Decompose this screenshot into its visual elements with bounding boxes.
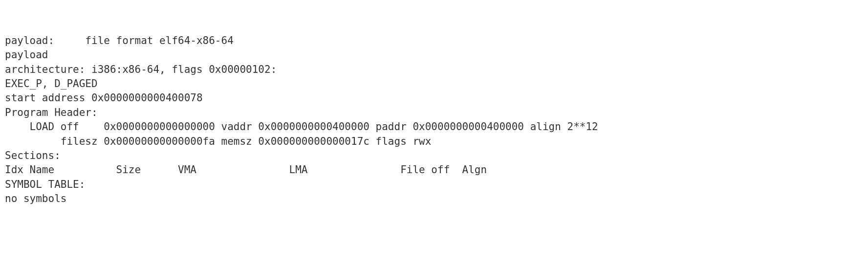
sections-header-row: Idx Name Size VMA LMA File off Algn	[5, 163, 863, 177]
program-header-load-line2: filesz 0x00000000000000fa memsz 0x000000…	[5, 135, 863, 149]
program-header-load-line1: LOAD off 0x0000000000000000 vaddr 0x0000…	[5, 120, 863, 134]
sections-title: Sections:	[5, 149, 863, 163]
objdump-start-address: start address 0x0000000000400078	[5, 91, 863, 105]
objdump-flags: EXEC_P, D_PAGED	[5, 77, 863, 91]
objdump-filename: payload	[5, 48, 863, 62]
symbol-table-title: SYMBOL TABLE:	[5, 178, 863, 192]
objdump-architecture: architecture: i386:x86-64, flags 0x00000…	[5, 63, 863, 77]
objdump-file-format: payload: file format elf64-x86-64	[5, 34, 863, 48]
no-symbols-text: no symbols	[5, 192, 863, 206]
program-header-title: Program Header:	[5, 106, 863, 120]
